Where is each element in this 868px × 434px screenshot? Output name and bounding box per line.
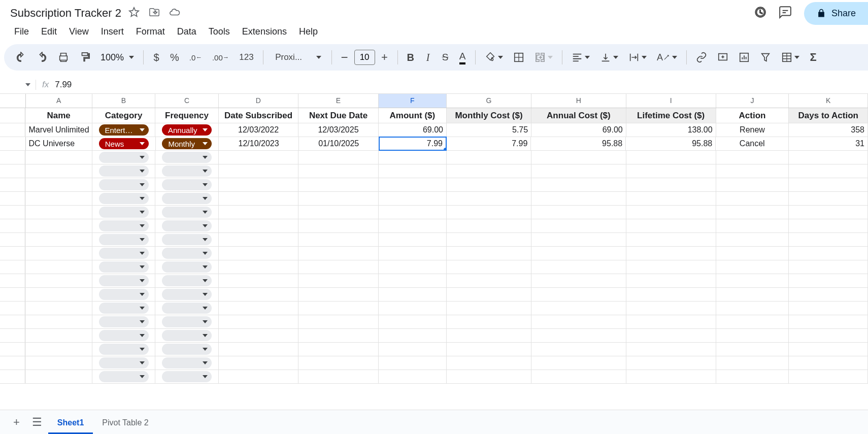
column-header-C[interactable]: C: [155, 94, 218, 108]
cell-H3[interactable]: 95.88: [531, 137, 626, 150]
cell-empty[interactable]: [298, 178, 378, 191]
chip-empty[interactable]: [162, 248, 212, 259]
link-button[interactable]: [692, 49, 711, 66]
cell-empty[interactable]: [531, 315, 626, 328]
bold-button[interactable]: B: [403, 49, 418, 66]
cell-I3[interactable]: 95.88: [626, 137, 716, 150]
cell-empty[interactable]: [789, 260, 868, 274]
cell-empty[interactable]: [92, 219, 156, 232]
cell-empty[interactable]: [789, 274, 868, 287]
cell-empty[interactable]: [379, 329, 447, 342]
cell-empty[interactable]: [789, 178, 868, 191]
cell-empty[interactable]: [447, 206, 531, 219]
cell-empty[interactable]: [716, 288, 789, 301]
cell-F2[interactable]: 69.00: [379, 123, 447, 137]
cell-empty[interactable]: [447, 247, 531, 260]
cell-C2[interactable]: Annually: [155, 123, 219, 137]
cell-empty[interactable]: [219, 247, 298, 260]
chip-empty[interactable]: [162, 275, 212, 286]
cell-empty[interactable]: [25, 192, 92, 205]
cell-empty[interactable]: [155, 329, 219, 342]
cell-empty[interactable]: [155, 343, 219, 356]
cloud-icon[interactable]: [169, 7, 180, 20]
share-button[interactable]: Share: [804, 2, 868, 25]
menu-edit[interactable]: Edit: [36, 24, 62, 39]
cell-empty[interactable]: [298, 164, 378, 178]
cell-empty[interactable]: [155, 178, 219, 191]
cell-empty[interactable]: [379, 164, 447, 178]
cell-empty[interactable]: [219, 329, 298, 342]
chip-empty[interactable]: [162, 152, 212, 163]
cell-empty[interactable]: [626, 274, 716, 287]
insert-chart-button[interactable]: [735, 49, 754, 66]
header-A[interactable]: Name: [25, 108, 92, 123]
cell-empty[interactable]: [92, 247, 156, 260]
chip[interactable]: Monthly: [162, 138, 212, 149]
cell-empty[interactable]: [531, 274, 626, 287]
cell-A3[interactable]: DC Universe: [26, 137, 92, 150]
cell-empty[interactable]: [379, 233, 447, 246]
cell-empty[interactable]: [716, 206, 789, 219]
cell-empty[interactable]: [25, 343, 92, 356]
chip[interactable]: News: [99, 138, 149, 149]
cell-empty[interactable]: [531, 343, 626, 356]
cell-empty[interactable]: [155, 219, 219, 232]
cell-empty[interactable]: [789, 219, 868, 232]
v-align-button[interactable]: [596, 49, 622, 66]
cell-empty[interactable]: [298, 315, 378, 328]
chip-empty[interactable]: [99, 330, 149, 341]
add-sheet-button[interactable]: +: [7, 411, 26, 434]
chip-empty[interactable]: [162, 193, 212, 204]
cell-empty[interactable]: [92, 315, 156, 328]
chip-empty[interactable]: [99, 275, 149, 286]
comment-icon[interactable]: [779, 6, 792, 21]
cell-empty[interactable]: [25, 219, 92, 232]
cell-empty[interactable]: [92, 302, 156, 315]
cell-empty[interactable]: [789, 233, 868, 246]
cell-empty[interactable]: [155, 233, 219, 246]
cell-I2[interactable]: 138.00: [626, 123, 716, 137]
cell-K2[interactable]: 358: [789, 123, 868, 137]
cell-empty[interactable]: [789, 343, 868, 356]
font-size-input[interactable]: 10: [354, 50, 375, 65]
borders-button[interactable]: [509, 49, 528, 66]
move-icon[interactable]: [149, 7, 160, 20]
cell-empty[interactable]: [298, 192, 378, 205]
cell-empty[interactable]: [25, 370, 92, 383]
cell-empty[interactable]: [25, 260, 92, 274]
cell-empty[interactable]: [25, 329, 92, 342]
cell-empty[interactable]: [789, 206, 868, 219]
chip-empty[interactable]: [162, 316, 212, 327]
cell-empty[interactable]: [716, 370, 789, 383]
column-header-B[interactable]: B: [92, 94, 155, 108]
cell-empty[interactable]: [447, 192, 531, 205]
cell-empty[interactable]: [219, 260, 298, 274]
header-K[interactable]: Days to Action: [789, 108, 868, 123]
cell-D2[interactable]: 12/03/2022: [219, 123, 298, 137]
menu-insert[interactable]: Insert: [96, 24, 129, 39]
cell-K3[interactable]: 31: [789, 137, 868, 150]
decrease-decimal-button[interactable]: .0←: [185, 50, 206, 65]
cell-empty[interactable]: [219, 302, 298, 315]
cell-B3[interactable]: News: [92, 137, 156, 150]
cell-empty[interactable]: [219, 274, 298, 287]
wrap-button[interactable]: [624, 49, 651, 66]
cell-empty[interactable]: [379, 274, 447, 287]
cell-empty[interactable]: [531, 288, 626, 301]
chip-empty[interactable]: [162, 261, 212, 273]
header-D[interactable]: Date Subscribed: [219, 108, 298, 123]
cell-empty[interactable]: [447, 274, 531, 287]
cell-empty[interactable]: [531, 164, 626, 178]
zoom-dropdown[interactable]: 100%: [96, 52, 138, 63]
column-header-H[interactable]: H: [531, 94, 626, 108]
cell-empty[interactable]: [92, 206, 156, 219]
chip-empty[interactable]: [99, 303, 149, 314]
cell-empty[interactable]: [298, 247, 378, 260]
text-color-button[interactable]: A: [455, 48, 470, 68]
cell-empty[interactable]: [789, 247, 868, 260]
menu-extensions[interactable]: Extensions: [237, 24, 292, 39]
cell-empty[interactable]: [379, 178, 447, 191]
cell-empty[interactable]: [92, 151, 156, 164]
h-align-button[interactable]: [567, 49, 594, 66]
cell-empty[interactable]: [379, 315, 447, 328]
